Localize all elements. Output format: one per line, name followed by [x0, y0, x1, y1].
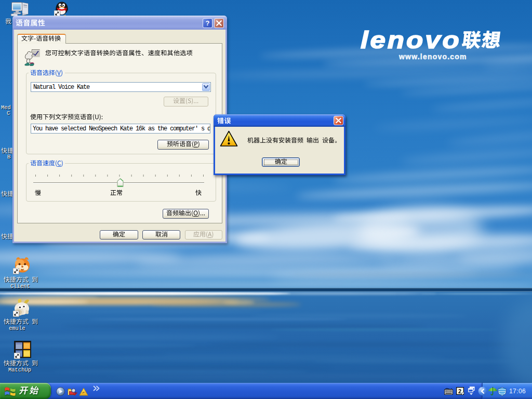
svg-text:2: 2: [458, 388, 461, 394]
